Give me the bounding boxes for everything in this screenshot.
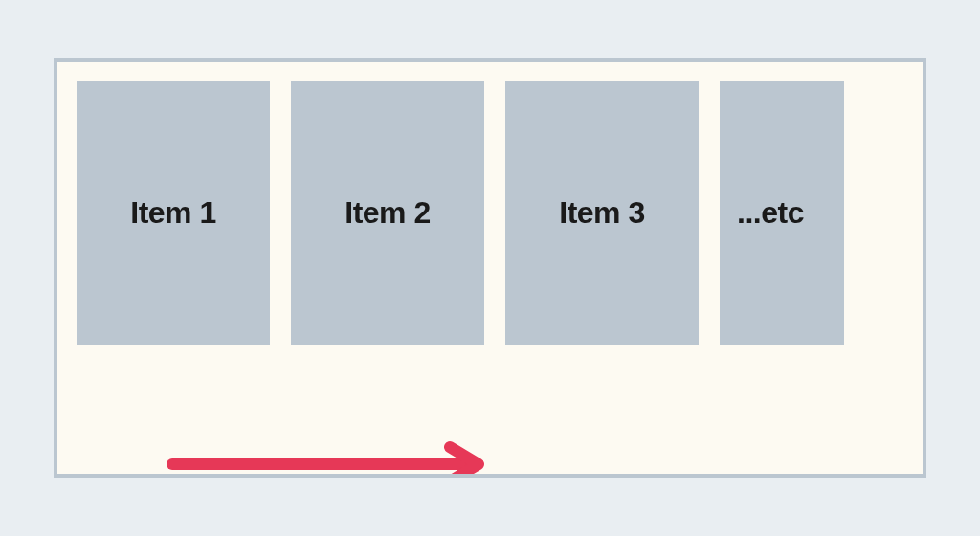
- arrow-right-icon: [165, 440, 490, 478]
- card-item-etc: ...etc: [720, 81, 844, 345]
- card-label: Item 3: [559, 195, 644, 231]
- card-item-1: Item 1: [77, 81, 270, 345]
- card-label: ...etc: [737, 195, 804, 231]
- carousel-diagram: Item 1 Item 2 Item 3 ...etc: [54, 58, 926, 478]
- card-label: Item 1: [130, 195, 215, 231]
- card-item-3: Item 3: [505, 81, 699, 345]
- scroll-arrow: [165, 440, 490, 478]
- card-label: Item 2: [345, 195, 430, 231]
- card-item-2: Item 2: [291, 81, 484, 345]
- cards-row: Item 1 Item 2 Item 3 ...etc: [57, 62, 923, 345]
